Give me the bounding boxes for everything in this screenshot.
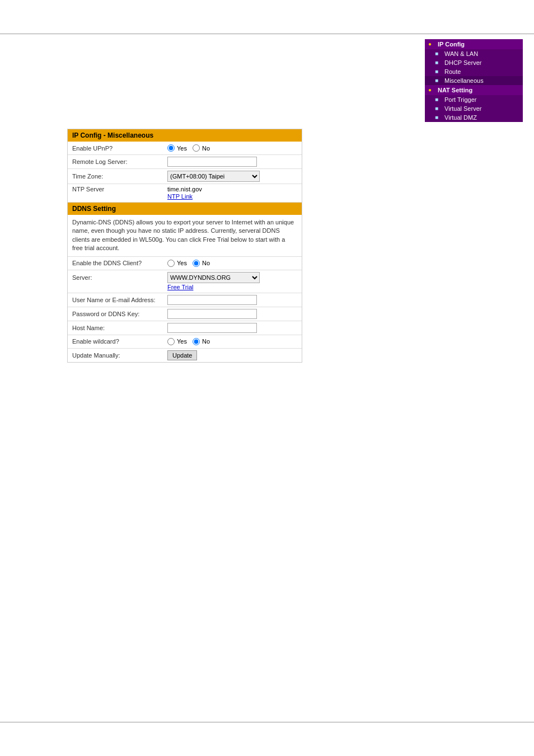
sidebar-label-wan-lan: WAN & LAN <box>444 50 478 57</box>
sidebar-item-port-trigger[interactable]: ■ Port Trigger <box>425 95 523 104</box>
ddns-enable-label: Enable the DDNS Client? <box>72 260 167 266</box>
ddns-enable-value: Yes No <box>167 260 297 267</box>
ddns-radio-group: Yes No <box>167 260 297 267</box>
wildcard-yes-label: Yes <box>177 338 187 345</box>
ntp-label: NTP Server <box>72 186 167 192</box>
ntp-link[interactable]: NTP Link <box>167 193 193 200</box>
username-value <box>167 295 297 305</box>
hostname-input[interactable] <box>167 323 257 333</box>
sidebar-label-port: Port Trigger <box>444 96 476 103</box>
upnp-radio-yes[interactable] <box>167 144 175 152</box>
upnp-yes-label: Yes <box>177 145 187 152</box>
server-select[interactable]: WWW.DYNDNS.ORG <box>167 272 260 283</box>
form-container: IP Config - Miscellaneous Enable UPnP? Y… <box>67 129 302 363</box>
sidebar-item-dhcp[interactable]: ■ DHCP Server <box>425 58 523 67</box>
server-row-top: Server: WWW.DYNDNS.ORG <box>72 272 297 283</box>
wildcard-radio-group: Yes No <box>167 338 297 345</box>
remote-log-value <box>167 157 297 167</box>
upnp-label: Enable UPnP? <box>72 145 167 152</box>
sidebar-label-vdmz: Virtual DMZ <box>444 114 477 121</box>
remote-log-label: Remote Log Server: <box>72 158 167 165</box>
ntp-server-text: time.nist.gov <box>167 186 202 192</box>
ddns-yes-label: Yes <box>177 260 187 266</box>
update-row: Update Manually: Update <box>68 349 302 362</box>
upnp-radio-group: Yes No <box>167 144 297 152</box>
free-trial-link[interactable]: Free Trial <box>167 284 193 290</box>
sidebar-item-route[interactable]: ■ Route <box>425 67 523 76</box>
sidebar-item-wan-lan[interactable]: ■ WAN & LAN <box>425 49 523 58</box>
remote-log-input[interactable] <box>167 157 257 167</box>
username-label: User Name or E-mail Address: <box>72 297 167 303</box>
upnp-no-label: No <box>202 145 210 152</box>
sidebar-nav: ● IP Config ■ WAN & LAN ■ DHCP Server ■ … <box>425 39 523 122</box>
password-row: Password or DDNS Key: <box>68 307 302 321</box>
remote-log-row: Remote Log Server: <box>68 155 302 169</box>
ddns-title: DDNS Setting <box>68 203 302 215</box>
doc-icon-vdmz: ■ <box>435 114 443 121</box>
main-content: IP Config - Miscellaneous Enable UPnP? Y… <box>67 129 319 363</box>
wildcard-label: Enable wildcard? <box>72 338 167 345</box>
server-label: Server: <box>72 274 167 281</box>
wildcard-row: Enable wildcard? Yes No <box>68 335 302 349</box>
ddns-radio-no[interactable] <box>193 260 200 267</box>
sidebar-item-nat[interactable]: ● NAT Setting <box>425 85 523 95</box>
sidebar-item-miscellaneous[interactable]: ■ Miscellaneous <box>425 76 523 85</box>
hostname-value <box>167 323 297 333</box>
ddns-no-label: No <box>202 260 210 266</box>
username-input[interactable] <box>167 295 257 305</box>
wildcard-value: Yes No <box>167 338 297 345</box>
doc-icon-dhcp: ■ <box>435 59 443 66</box>
ddns-enable-row: Enable the DDNS Client? Yes No <box>68 257 302 270</box>
ntp-row: NTP Server time.nist.gov NTP Link <box>68 184 302 203</box>
bottom-rule <box>0 722 534 722</box>
wildcard-radio-no[interactable] <box>193 338 200 345</box>
globe-icon: ● <box>428 41 436 48</box>
top-rule <box>0 34 534 34</box>
sidebar-label-nat: NAT Setting <box>438 87 472 93</box>
password-label: Password or DDNS Key: <box>72 311 167 317</box>
sidebar-item-ip-config[interactable]: ● IP Config <box>425 39 523 49</box>
hostname-row: Host Name: <box>68 321 302 335</box>
free-trial-container: Free Trial <box>72 283 193 291</box>
ntp-row-top: NTP Server time.nist.gov <box>72 186 297 192</box>
ddns-description: Dynamic-DNS (DDNS) allows you to export … <box>68 215 302 257</box>
sidebar-label-ip-config: IP Config <box>438 41 465 48</box>
timezone-value: (GMT+08:00) Taipei <box>167 171 297 182</box>
ddns-radio-yes[interactable] <box>167 260 175 267</box>
ntp-link-container: NTP Link <box>72 192 193 200</box>
update-button[interactable]: Update <box>167 350 197 360</box>
timezone-row: Time Zone: (GMT+08:00) Taipei <box>68 169 302 184</box>
sidebar-label-vserver: Virtual Server <box>444 105 481 112</box>
sidebar-item-virtual-dmz[interactable]: ■ Virtual DMZ <box>425 113 523 122</box>
timezone-select[interactable]: (GMT+08:00) Taipei <box>167 171 260 182</box>
doc-icon-route: ■ <box>435 68 443 75</box>
username-row: User Name or E-mail Address: <box>68 293 302 307</box>
wildcard-no-label: No <box>202 338 210 345</box>
doc-icon-port: ■ <box>435 96 443 103</box>
upnp-radio-no[interactable] <box>193 144 200 152</box>
timezone-label: Time Zone: <box>72 173 167 180</box>
sidebar-label-dhcp: DHCP Server <box>444 59 481 66</box>
sidebar-item-virtual-server[interactable]: ■ Virtual Server <box>425 104 523 113</box>
globe-icon-nat: ● <box>428 87 436 93</box>
doc-icon-wan: ■ <box>435 50 443 57</box>
update-value: Update <box>167 350 297 360</box>
hostname-label: Host Name: <box>72 325 167 331</box>
doc-icon-misc: ■ <box>435 77 443 84</box>
update-label: Update Manually: <box>72 352 167 359</box>
sidebar-label-route: Route <box>444 68 461 75</box>
form-title: IP Config - Miscellaneous <box>68 129 302 142</box>
password-input[interactable] <box>167 309 257 319</box>
ntp-server-value: time.nist.gov <box>167 186 297 192</box>
password-value <box>167 309 297 319</box>
server-row: Server: WWW.DYNDNS.ORG Free Trial <box>68 270 302 293</box>
upnp-value: Yes No <box>167 144 297 152</box>
server-value: WWW.DYNDNS.ORG <box>167 272 297 283</box>
doc-icon-vserver: ■ <box>435 105 443 112</box>
wildcard-radio-yes[interactable] <box>167 338 175 345</box>
upnp-row: Enable UPnP? Yes No <box>68 142 302 155</box>
sidebar-label-misc: Miscellaneous <box>444 77 484 84</box>
